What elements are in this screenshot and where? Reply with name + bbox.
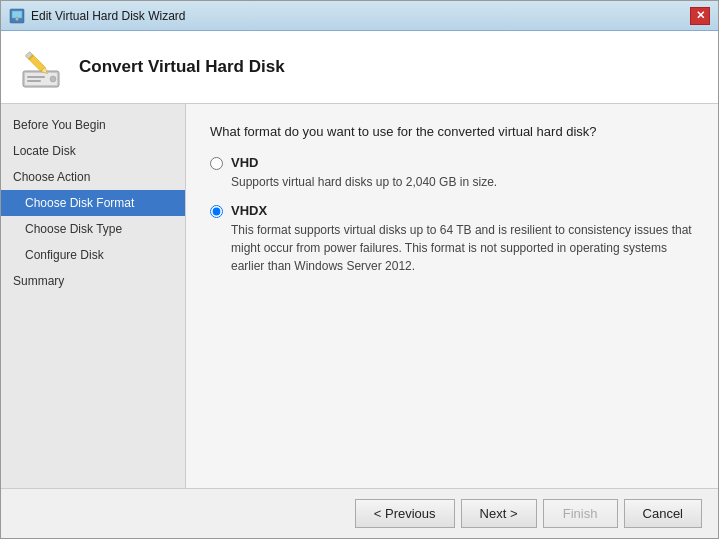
content-area: Before You BeginLocate DiskChoose Action… bbox=[1, 104, 718, 488]
cancel-button[interactable]: Cancel bbox=[624, 499, 702, 528]
sidebar-item-choose-disk-format[interactable]: Choose Disk Format bbox=[1, 190, 185, 216]
wizard-header: Convert Virtual Hard Disk bbox=[1, 31, 718, 104]
sidebar-item-choose-disk-type[interactable]: Choose Disk Type bbox=[1, 216, 185, 242]
vhd-label[interactable]: VHD bbox=[231, 155, 497, 170]
vhdx-label[interactable]: VHDX bbox=[231, 203, 694, 218]
vhdx-content: VHDX This format supports virtual disks … bbox=[231, 203, 694, 275]
vhd-description: Supports virtual hard disks up to 2,040 … bbox=[231, 173, 497, 191]
sidebar-item-choose-action[interactable]: Choose Action bbox=[1, 164, 185, 190]
sidebar: Before You BeginLocate DiskChoose Action… bbox=[1, 104, 186, 488]
svg-rect-6 bbox=[27, 76, 45, 78]
main-question: What format do you want to use for the c… bbox=[210, 124, 694, 139]
window-title: Edit Virtual Hard Disk Wizard bbox=[31, 9, 186, 23]
finish-button[interactable]: Finish bbox=[543, 499, 618, 528]
wizard-icon bbox=[17, 43, 65, 91]
svg-point-2 bbox=[16, 17, 19, 20]
wizard-title: Convert Virtual Hard Disk bbox=[79, 57, 285, 77]
vhdx-description: This format supports virtual disks up to… bbox=[231, 221, 694, 275]
option-vhd-row: VHD Supports virtual hard disks up to 2,… bbox=[210, 155, 694, 191]
previous-button[interactable]: < Previous bbox=[355, 499, 455, 528]
vhd-radio[interactable] bbox=[210, 157, 223, 170]
svg-point-5 bbox=[50, 76, 56, 82]
option-vhdx-row: VHDX This format supports virtual disks … bbox=[210, 203, 694, 275]
svg-rect-1 bbox=[12, 11, 22, 18]
wizard-window: Edit Virtual Hard Disk Wizard ✕ bbox=[0, 0, 719, 539]
app-icon bbox=[9, 8, 25, 24]
sidebar-item-locate-disk[interactable]: Locate Disk bbox=[1, 138, 185, 164]
sidebar-item-configure-disk[interactable]: Configure Disk bbox=[1, 242, 185, 268]
next-button[interactable]: Next > bbox=[461, 499, 537, 528]
sidebar-item-summary[interactable]: Summary bbox=[1, 268, 185, 294]
vhd-content: VHD Supports virtual hard disks up to 2,… bbox=[231, 155, 497, 191]
footer: < Previous Next > Finish Cancel bbox=[1, 488, 718, 538]
close-button[interactable]: ✕ bbox=[690, 7, 710, 25]
vhdx-radio[interactable] bbox=[210, 205, 223, 218]
main-content: What format do you want to use for the c… bbox=[186, 104, 718, 488]
title-bar: Edit Virtual Hard Disk Wizard ✕ bbox=[1, 1, 718, 31]
sidebar-item-before-you-begin[interactable]: Before You Begin bbox=[1, 112, 185, 138]
svg-rect-7 bbox=[27, 80, 41, 82]
